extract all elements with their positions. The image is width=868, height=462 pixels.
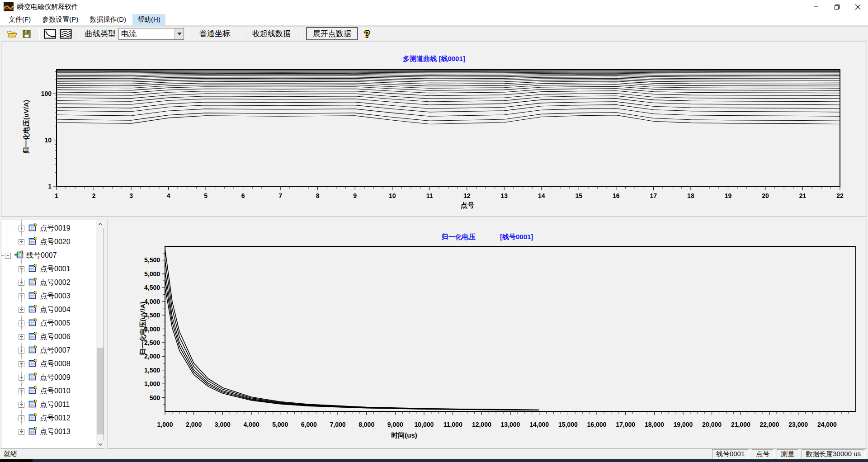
toolbar-separator <box>39 28 40 39</box>
multi-curve-view-icon[interactable] <box>60 29 72 39</box>
point-node-icon <box>28 399 37 410</box>
tree-item-label: 点号0011 <box>40 400 70 410</box>
toolbar-separator <box>302 28 302 39</box>
single-curve-view-icon[interactable] <box>44 29 56 39</box>
collapse-line-data-button[interactable]: 收起线数据 <box>245 27 297 40</box>
status-bar: 就绪 线号0001点号测量数据长度30000 us <box>0 448 868 459</box>
tree-item-label: 点号0012 <box>40 414 71 423</box>
tree-guide-stub <box>15 283 19 283</box>
svg-text:13: 13 <box>500 192 508 199</box>
tree-item-label: 点号0006 <box>40 332 71 342</box>
window-title: 瞬变电磁仪解释软件 <box>17 3 78 11</box>
menu-item-help[interactable]: 帮助(H) <box>132 14 165 25</box>
tree-item-点号0005[interactable]: +点号0005 <box>19 316 71 330</box>
maximize-restore-button[interactable] <box>826 0 847 14</box>
toolbar-separator <box>241 28 241 39</box>
tree-item-点号0010[interactable]: +点号0010 <box>19 384 71 398</box>
tree-guide-stub <box>15 242 19 242</box>
tree-item-label: 点号0019 <box>40 224 71 233</box>
tree-guide-stub <box>15 296 19 297</box>
status-panel: 点号 <box>752 449 774 459</box>
menu-item-file[interactable]: 文件(F) <box>4 14 36 25</box>
help-icon[interactable]: ? ? <box>363 28 372 39</box>
svg-text:8: 8 <box>316 192 320 199</box>
svg-text:2,000: 2,000 <box>144 353 160 360</box>
svg-text:22,000: 22,000 <box>760 421 779 428</box>
menu-item-data-ops[interactable]: 数据操作(D) <box>85 14 131 25</box>
svg-text:18: 18 <box>687 192 694 199</box>
svg-text:1,000: 1,000 <box>157 421 173 428</box>
point-node-icon <box>28 358 37 369</box>
toolbar-separator <box>188 28 189 39</box>
tree-scrollbar[interactable] <box>96 220 104 448</box>
minimize-button[interactable] <box>806 0 826 14</box>
tree-item-label: 点号0005 <box>40 319 71 328</box>
point-node-icon <box>28 426 37 437</box>
expand-point-data-button[interactable]: 展开点数据 <box>306 27 358 40</box>
svg-text:1: 1 <box>55 192 58 199</box>
tree-item-点号0002[interactable]: +点号0002 <box>19 276 71 289</box>
scrollbar-thumb[interactable] <box>97 348 104 434</box>
tree-guide-stub <box>15 310 19 310</box>
chevron-down-icon <box>177 33 182 35</box>
toolbar: 曲线类型 电流 普通坐标收起线数据展开点数据 ? ? <box>0 26 868 41</box>
tree-item-点号0013[interactable]: +点号0013 <box>19 425 71 438</box>
svg-text:1,500: 1,500 <box>144 367 160 374</box>
menu-item-params[interactable]: 参数设置(P) <box>37 14 83 25</box>
tree-item-点号0006[interactable]: +点号0006 <box>19 330 71 344</box>
svg-text:500: 500 <box>150 394 160 401</box>
tree-item-点号0019[interactable]: +点号0019 <box>19 222 71 235</box>
svg-text:17: 17 <box>650 192 657 199</box>
tree-guide-stub <box>15 228 19 229</box>
combobox-dropdown-button[interactable] <box>175 28 184 39</box>
tree-item-点号0001[interactable]: +点号0001 <box>19 262 71 276</box>
tree-item-点号0020[interactable]: +点号0020 <box>19 235 71 249</box>
tree-item-线号0007[interactable]: -线号0007 <box>5 249 57 262</box>
tree-item-点号0007[interactable]: +点号0007 <box>19 344 71 357</box>
svg-text:17,000: 17,000 <box>616 421 635 428</box>
svg-text:5: 5 <box>204 192 208 199</box>
svg-text:5,500: 5,500 <box>144 256 160 264</box>
scrollbar-down-button[interactable] <box>96 440 104 448</box>
point-node-icon <box>28 277 37 288</box>
svg-text:6,000: 6,000 <box>301 421 317 428</box>
svg-text:8,000: 8,000 <box>359 421 374 428</box>
decay-chart-pane: 归一化电压 [线号0001] 归一化电压(uV/A) 1,0002,0003,0… <box>108 220 867 448</box>
normal-axes-button[interactable]: 普通坐标 <box>193 27 237 40</box>
decay-chart-canvas: 1,0002,0003,0004,0005,0006,0007,0008,000… <box>108 220 867 448</box>
svg-text:15,000: 15,000 <box>558 421 578 428</box>
tree-item-点号0003[interactable]: +点号0003 <box>19 289 71 303</box>
point-node-icon <box>28 264 37 274</box>
tree-guide-stub <box>15 323 19 324</box>
tree-item-label: 点号0009 <box>40 373 71 382</box>
open-file-icon[interactable] <box>6 29 18 39</box>
tree-item-点号0009[interactable]: +点号0009 <box>19 371 71 384</box>
svg-text:20,000: 20,000 <box>702 421 722 428</box>
tree-item-点号0012[interactable]: +点号0012 <box>19 411 71 425</box>
data-tree-panel: +点号0019+点号0020-线号0007+点号0001+点号0002+点号00… <box>1 220 104 448</box>
svg-text:2,000: 2,000 <box>186 421 202 428</box>
tree-item-label: 点号0004 <box>40 305 71 315</box>
close-button[interactable] <box>847 0 868 14</box>
svg-text:7: 7 <box>278 192 282 199</box>
status-panel: 测量 <box>777 449 798 459</box>
status-panel: 线号0001 <box>712 449 749 459</box>
svg-text:12: 12 <box>463 192 471 199</box>
svg-text:15: 15 <box>576 192 583 199</box>
save-file-icon[interactable] <box>22 29 32 39</box>
point-node-icon <box>28 331 37 342</box>
point-node-icon <box>28 413 37 424</box>
svg-text:3,500: 3,500 <box>144 311 160 319</box>
tree-item-点号0011[interactable]: +点号0011 <box>19 398 70 411</box>
svg-text:100: 100 <box>41 90 52 97</box>
tree-guide-line <box>8 220 8 255</box>
scrollbar-up-button[interactable] <box>96 220 104 228</box>
tree-item-点号0004[interactable]: +点号0004 <box>19 303 71 316</box>
curve-type-combobox[interactable]: 电流 <box>118 28 184 40</box>
tree-guide-stub <box>15 391 19 391</box>
point-node-icon <box>28 304 37 315</box>
tree-item-点号0008[interactable]: +点号0008 <box>19 357 71 371</box>
svg-text:点号: 点号 <box>461 201 474 209</box>
svg-text:3,000: 3,000 <box>215 421 231 428</box>
tree-guide-stub <box>15 377 19 378</box>
